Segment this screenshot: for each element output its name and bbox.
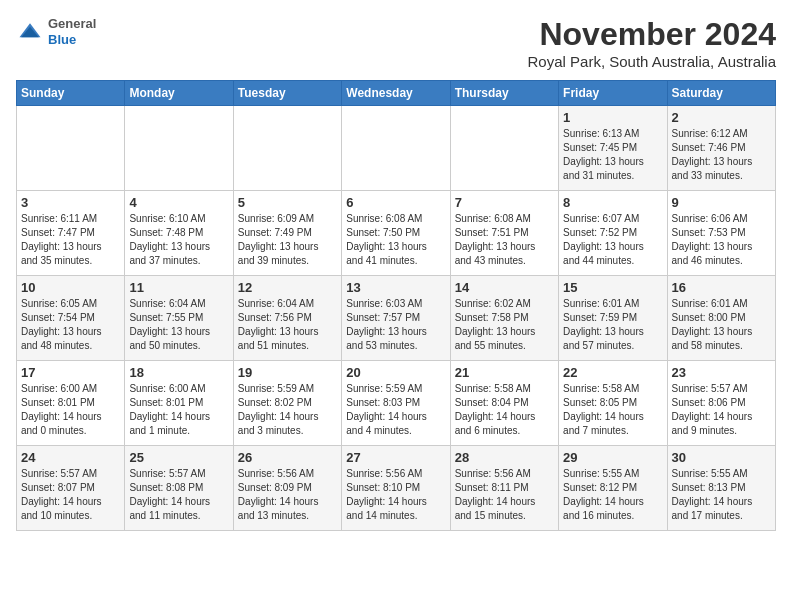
calendar-cell xyxy=(450,106,558,191)
day-info: Sunrise: 6:04 AM Sunset: 7:55 PM Dayligh… xyxy=(129,297,228,353)
day-info: Sunrise: 6:03 AM Sunset: 7:57 PM Dayligh… xyxy=(346,297,445,353)
day-info: Sunrise: 6:08 AM Sunset: 7:50 PM Dayligh… xyxy=(346,212,445,268)
calendar-cell: 21Sunrise: 5:58 AM Sunset: 8:04 PM Dayli… xyxy=(450,361,558,446)
day-number: 7 xyxy=(455,195,554,210)
calendar-week-4: 17Sunrise: 6:00 AM Sunset: 8:01 PM Dayli… xyxy=(17,361,776,446)
day-number: 26 xyxy=(238,450,337,465)
day-info: Sunrise: 6:04 AM Sunset: 7:56 PM Dayligh… xyxy=(238,297,337,353)
day-info: Sunrise: 6:08 AM Sunset: 7:51 PM Dayligh… xyxy=(455,212,554,268)
day-info: Sunrise: 6:09 AM Sunset: 7:49 PM Dayligh… xyxy=(238,212,337,268)
calendar-week-5: 24Sunrise: 5:57 AM Sunset: 8:07 PM Dayli… xyxy=(17,446,776,531)
page-header: General Blue November 2024 Royal Park, S… xyxy=(16,16,776,70)
calendar-cell: 20Sunrise: 5:59 AM Sunset: 8:03 PM Dayli… xyxy=(342,361,450,446)
day-number: 10 xyxy=(21,280,120,295)
calendar-cell: 2Sunrise: 6:12 AM Sunset: 7:46 PM Daylig… xyxy=(667,106,775,191)
day-number: 24 xyxy=(21,450,120,465)
day-number: 8 xyxy=(563,195,662,210)
day-number: 11 xyxy=(129,280,228,295)
calendar-cell xyxy=(17,106,125,191)
day-number: 23 xyxy=(672,365,771,380)
day-info: Sunrise: 5:56 AM Sunset: 8:11 PM Dayligh… xyxy=(455,467,554,523)
day-info: Sunrise: 6:02 AM Sunset: 7:58 PM Dayligh… xyxy=(455,297,554,353)
day-info: Sunrise: 6:11 AM Sunset: 7:47 PM Dayligh… xyxy=(21,212,120,268)
weekday-header-tuesday: Tuesday xyxy=(233,81,341,106)
calendar-week-1: 1Sunrise: 6:13 AM Sunset: 7:45 PM Daylig… xyxy=(17,106,776,191)
day-number: 18 xyxy=(129,365,228,380)
day-number: 4 xyxy=(129,195,228,210)
calendar-cell: 9Sunrise: 6:06 AM Sunset: 7:53 PM Daylig… xyxy=(667,191,775,276)
calendar-cell: 6Sunrise: 6:08 AM Sunset: 7:50 PM Daylig… xyxy=(342,191,450,276)
calendar-cell: 7Sunrise: 6:08 AM Sunset: 7:51 PM Daylig… xyxy=(450,191,558,276)
location-subtitle: Royal Park, South Australia, Australia xyxy=(528,53,776,70)
calendar-cell: 12Sunrise: 6:04 AM Sunset: 7:56 PM Dayli… xyxy=(233,276,341,361)
logo: General Blue xyxy=(16,16,96,47)
day-info: Sunrise: 5:57 AM Sunset: 8:07 PM Dayligh… xyxy=(21,467,120,523)
day-info: Sunrise: 6:01 AM Sunset: 8:00 PM Dayligh… xyxy=(672,297,771,353)
calendar-cell: 27Sunrise: 5:56 AM Sunset: 8:10 PM Dayli… xyxy=(342,446,450,531)
day-info: Sunrise: 5:55 AM Sunset: 8:12 PM Dayligh… xyxy=(563,467,662,523)
day-info: Sunrise: 6:06 AM Sunset: 7:53 PM Dayligh… xyxy=(672,212,771,268)
day-info: Sunrise: 6:00 AM Sunset: 8:01 PM Dayligh… xyxy=(129,382,228,438)
day-info: Sunrise: 5:56 AM Sunset: 8:10 PM Dayligh… xyxy=(346,467,445,523)
title-section: November 2024 Royal Park, South Australi… xyxy=(528,16,776,70)
day-number: 12 xyxy=(238,280,337,295)
calendar-cell: 23Sunrise: 5:57 AM Sunset: 8:06 PM Dayli… xyxy=(667,361,775,446)
day-info: Sunrise: 5:59 AM Sunset: 8:03 PM Dayligh… xyxy=(346,382,445,438)
calendar-cell xyxy=(233,106,341,191)
calendar-table: SundayMondayTuesdayWednesdayThursdayFrid… xyxy=(16,80,776,531)
day-number: 19 xyxy=(238,365,337,380)
day-info: Sunrise: 5:58 AM Sunset: 8:04 PM Dayligh… xyxy=(455,382,554,438)
calendar-cell: 11Sunrise: 6:04 AM Sunset: 7:55 PM Dayli… xyxy=(125,276,233,361)
logo-icon xyxy=(16,18,44,46)
calendar-cell: 5Sunrise: 6:09 AM Sunset: 7:49 PM Daylig… xyxy=(233,191,341,276)
calendar-cell: 13Sunrise: 6:03 AM Sunset: 7:57 PM Dayli… xyxy=(342,276,450,361)
day-number: 29 xyxy=(563,450,662,465)
calendar-cell: 29Sunrise: 5:55 AM Sunset: 8:12 PM Dayli… xyxy=(559,446,667,531)
calendar-cell: 25Sunrise: 5:57 AM Sunset: 8:08 PM Dayli… xyxy=(125,446,233,531)
day-number: 5 xyxy=(238,195,337,210)
calendar-cell xyxy=(125,106,233,191)
calendar-cell: 18Sunrise: 6:00 AM Sunset: 8:01 PM Dayli… xyxy=(125,361,233,446)
day-number: 16 xyxy=(672,280,771,295)
day-number: 9 xyxy=(672,195,771,210)
calendar-week-3: 10Sunrise: 6:05 AM Sunset: 7:54 PM Dayli… xyxy=(17,276,776,361)
day-info: Sunrise: 5:58 AM Sunset: 8:05 PM Dayligh… xyxy=(563,382,662,438)
day-info: Sunrise: 5:57 AM Sunset: 8:08 PM Dayligh… xyxy=(129,467,228,523)
day-number: 2 xyxy=(672,110,771,125)
weekday-header-thursday: Thursday xyxy=(450,81,558,106)
day-number: 21 xyxy=(455,365,554,380)
day-info: Sunrise: 6:00 AM Sunset: 8:01 PM Dayligh… xyxy=(21,382,120,438)
day-info: Sunrise: 5:55 AM Sunset: 8:13 PM Dayligh… xyxy=(672,467,771,523)
weekday-header-friday: Friday xyxy=(559,81,667,106)
day-info: Sunrise: 5:57 AM Sunset: 8:06 PM Dayligh… xyxy=(672,382,771,438)
day-info: Sunrise: 6:07 AM Sunset: 7:52 PM Dayligh… xyxy=(563,212,662,268)
day-number: 13 xyxy=(346,280,445,295)
weekday-header-sunday: Sunday xyxy=(17,81,125,106)
day-info: Sunrise: 6:01 AM Sunset: 7:59 PM Dayligh… xyxy=(563,297,662,353)
calendar-cell: 8Sunrise: 6:07 AM Sunset: 7:52 PM Daylig… xyxy=(559,191,667,276)
calendar-header: SundayMondayTuesdayWednesdayThursdayFrid… xyxy=(17,81,776,106)
calendar-cell: 4Sunrise: 6:10 AM Sunset: 7:48 PM Daylig… xyxy=(125,191,233,276)
weekday-header-row: SundayMondayTuesdayWednesdayThursdayFrid… xyxy=(17,81,776,106)
day-number: 15 xyxy=(563,280,662,295)
day-number: 6 xyxy=(346,195,445,210)
month-year-title: November 2024 xyxy=(528,16,776,53)
calendar-cell: 26Sunrise: 5:56 AM Sunset: 8:09 PM Dayli… xyxy=(233,446,341,531)
calendar-cell: 19Sunrise: 5:59 AM Sunset: 8:02 PM Dayli… xyxy=(233,361,341,446)
calendar-cell: 1Sunrise: 6:13 AM Sunset: 7:45 PM Daylig… xyxy=(559,106,667,191)
day-number: 3 xyxy=(21,195,120,210)
day-number: 14 xyxy=(455,280,554,295)
day-number: 27 xyxy=(346,450,445,465)
weekday-header-saturday: Saturday xyxy=(667,81,775,106)
day-number: 30 xyxy=(672,450,771,465)
weekday-header-monday: Monday xyxy=(125,81,233,106)
weekday-header-wednesday: Wednesday xyxy=(342,81,450,106)
day-number: 25 xyxy=(129,450,228,465)
day-info: Sunrise: 5:59 AM Sunset: 8:02 PM Dayligh… xyxy=(238,382,337,438)
calendar-cell: 22Sunrise: 5:58 AM Sunset: 8:05 PM Dayli… xyxy=(559,361,667,446)
day-info: Sunrise: 6:12 AM Sunset: 7:46 PM Dayligh… xyxy=(672,127,771,183)
calendar-cell: 10Sunrise: 6:05 AM Sunset: 7:54 PM Dayli… xyxy=(17,276,125,361)
day-number: 20 xyxy=(346,365,445,380)
day-number: 22 xyxy=(563,365,662,380)
calendar-cell xyxy=(342,106,450,191)
